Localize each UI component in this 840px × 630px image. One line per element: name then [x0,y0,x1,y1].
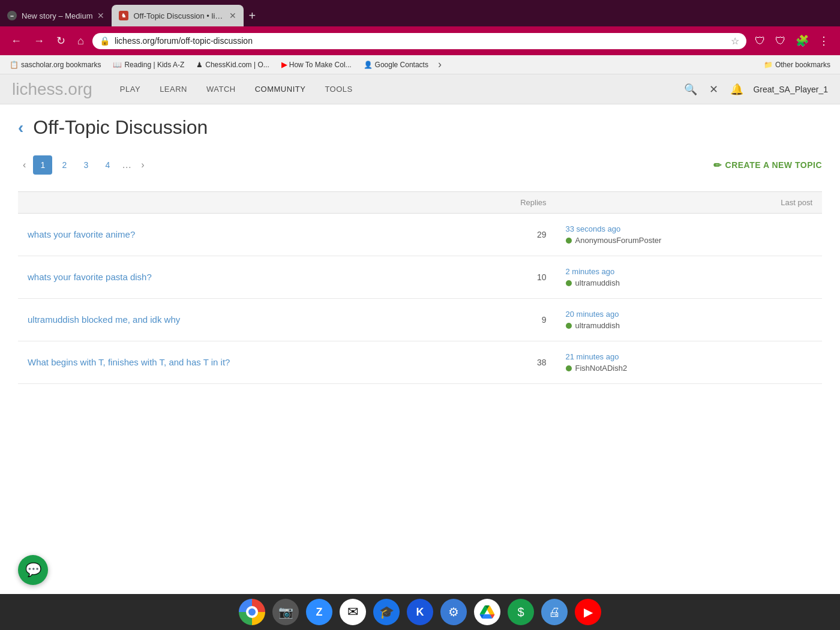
page-1-button[interactable]: 1 [33,155,52,175]
nav-items: PLAY LEARN WATCH COMMUNITY TOOLS [110,74,362,104]
lichess-favicon: ♞ [119,11,128,20]
taskbar-cashapp[interactable]: $ [508,599,534,625]
last-post-username[interactable]: FishNotADish2 [575,364,628,373]
create-topic-label: CREATE A NEW TOPIC [725,160,822,170]
bookmark-sascholar-label: sascholar.org bookmarks [21,61,101,69]
nav-play[interactable]: PLAY [110,74,150,104]
search-icon[interactable]: 🔍 [682,80,700,98]
bookmarks-bar: 📋 sascholar.org bookmarks 📖 Reading | Ki… [0,55,840,74]
user-online-dot [566,238,572,244]
youtube-icon: ▶ [281,61,287,69]
taskbar-k-app[interactable]: K [407,599,433,625]
forward-button[interactable]: → [30,32,48,50]
forum-title: Off-Topic Discussion [33,116,208,139]
bookmark-other[interactable]: 📁 Other bookmarks [759,59,835,71]
bookmark-chesskid[interactable]: ♟ ChessKid.com | O... [191,59,274,71]
settings-icon: ⚙ [448,605,459,619]
topic-cell: whats your favorite pasta dish? [18,256,465,299]
classroom-icon: 🎓 [379,605,394,619]
address-input-wrap[interactable]: 🔒 lichess.org/forum/off-topic-discussion… [92,33,746,49]
medium-favicon: •• [7,11,17,20]
close-search-icon[interactable]: ✕ [707,80,721,98]
bookmark-reading[interactable]: 📖 Reading | Kids A-Z [108,59,189,71]
new-tab-button[interactable]: + [244,5,260,26]
tab-medium[interactable]: •• New story – Medium ✕ [0,5,112,26]
bell-icon[interactable]: 🔔 [728,80,746,98]
last-post-username[interactable]: ultramuddish [575,278,620,287]
back-button[interactable]: ← [7,32,25,50]
page-2-button[interactable]: 2 [55,155,74,175]
page-3-button[interactable]: 3 [76,155,95,175]
reload-button[interactable]: ↻ [53,32,69,50]
last-post-user: AnonymousForumPoster [566,236,812,245]
forum-table: Replies Last post whats your favorite an… [18,191,822,384]
taskbar-printer[interactable]: 🖨 [541,599,568,625]
topic-link[interactable]: whats your favorite pasta dish? [28,272,152,282]
bookmark-sascholar[interactable]: 📋 sascholar.org bookmarks [5,59,106,71]
taskbar-youtube[interactable]: ▶ [575,599,601,625]
next-page-button[interactable]: › [136,157,149,173]
tab-lichess-close[interactable]: ✕ [229,11,236,20]
bookmark-youtube-label: How To Make Col... [289,61,352,69]
page-4-button[interactable]: 4 [98,155,117,175]
pagination: ‹ 1 2 3 4 … › [18,155,149,175]
taskbar: 📷 Z ✉ 🎓 K ⚙ [0,594,840,630]
table-row: What begins with T, finishes with T, and… [18,341,822,384]
nav-community[interactable]: COMMUNITY [245,74,316,104]
nav-tools[interactable]: TOOLS [315,74,362,104]
taskbar-chrome[interactable] [239,599,265,625]
lichess-navbar: lichess.org PLAY LEARN WATCH COMMUNITY T… [0,74,840,104]
bookmarks-more-button[interactable]: › [436,58,444,71]
home-button[interactable]: ⌂ [74,32,88,50]
extensions-icon[interactable]: 🧩 [792,32,812,50]
pencil-icon: ✏ [713,160,722,171]
lock-icon: 🔒 [100,36,110,46]
bookmark-google-contacts-label: Google Contacts [375,61,428,69]
tab-lichess[interactable]: ♞ Off-Topic Discussion • lichess... ✕ [112,5,244,26]
last-post-cell: 21 minutes ago FishNotADish2 [556,341,822,384]
taskbar-classroom[interactable]: 🎓 [373,599,400,625]
main-content: lichess.org PLAY LEARN WATCH COMMUNITY T… [0,74,840,594]
taskbar-gmail[interactable]: ✉ [340,599,366,625]
chat-icon: 💬 [25,562,41,578]
user-online-dot [566,323,572,329]
taskbar-settings[interactable]: ⚙ [440,599,467,625]
username-display[interactable]: Great_SA_Player_1 [753,85,828,94]
forum-content: ‹ Off-Topic Discussion ‹ 1 2 3 4 … › [0,104,840,594]
bookmark-youtube-how[interactable]: ▶ How To Make Col... [277,59,356,71]
address-display: lichess.org/forum/off-topic-discussion [115,36,726,46]
prev-page-button[interactable]: ‹ [18,157,31,173]
sascholar-icon: 📋 [10,61,19,69]
last-post-username[interactable]: AnonymousForumPoster [575,236,662,245]
browser-frame: •• New story – Medium ✕ ♞ Off-Topic Disc… [0,0,840,630]
table-row: whats your favorite pasta dish? 10 2 min… [18,256,822,299]
lichess-logo[interactable]: lichess.org [12,80,92,99]
back-arrow-button[interactable]: ‹ [18,118,23,137]
menu-icon[interactable]: ⋮ [815,32,833,50]
topic-link[interactable]: What begins with T, finishes with T, and… [28,357,230,367]
topic-link[interactable]: ultramuddish blocked me, and idk why [28,314,180,325]
last-post-username[interactable]: ultramuddish [575,321,620,330]
taskbar-camera[interactable]: 📷 [272,599,299,625]
youtube-icon: ▶ [584,605,593,619]
google-contacts-icon: 👤 [364,61,373,69]
bookmark-other-label: Other bookmarks [775,61,830,69]
last-post-time[interactable]: 20 minutes ago [566,310,812,319]
last-post-time[interactable]: 21 minutes ago [566,352,812,361]
taskbar-drive[interactable] [474,599,500,625]
nav-learn[interactable]: LEARN [150,74,197,104]
create-topic-button[interactable]: ✏ CREATE A NEW TOPIC [713,160,822,171]
tab-medium-title: New story – Medium [22,11,92,20]
tab-medium-close[interactable]: ✕ [97,11,104,20]
bookmark-google-contacts[interactable]: 👤 Google Contacts [359,59,433,71]
taskbar-zoom[interactable]: Z [306,599,332,625]
bookmark-star-icon[interactable]: ☆ [731,35,739,47]
shield-outline-icon[interactable]: 🛡 [772,32,790,50]
nav-watch[interactable]: WATCH [197,74,245,104]
cashapp-icon: $ [517,605,524,619]
last-post-time[interactable]: 2 minutes ago [566,267,812,276]
last-post-time[interactable]: 33 seconds ago [566,224,812,233]
topic-link[interactable]: whats your favorite anime? [28,229,135,239]
chat-bubble-button[interactable]: 💬 [18,555,48,585]
shield-green-icon[interactable]: 🛡 [751,32,769,50]
